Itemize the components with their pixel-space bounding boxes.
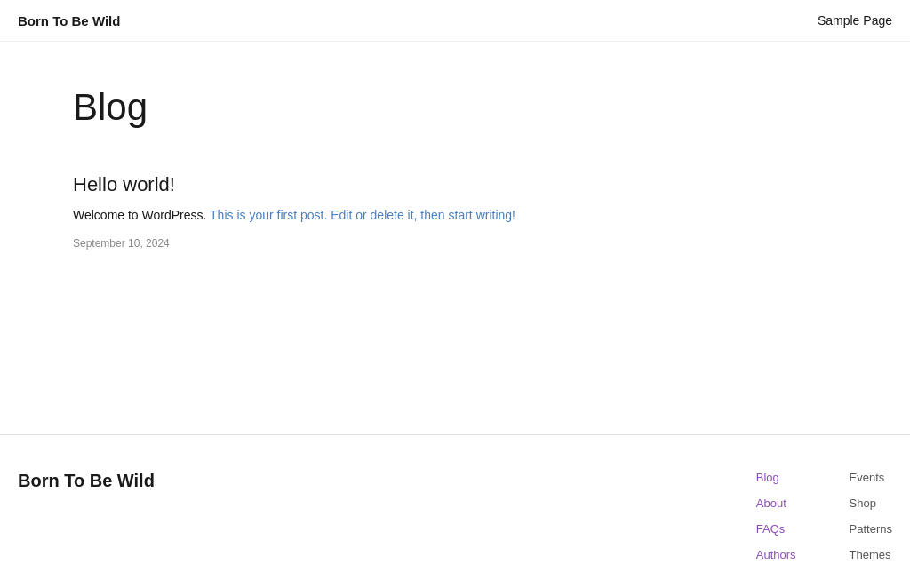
excerpt-link[interactable]: This is your first post. Edit or delete …	[210, 208, 515, 222]
main-content: Blog Hello world! Welcome to WordPress. …	[55, 42, 855, 434]
footer-link-about[interactable]: About	[756, 497, 796, 510]
footer-link-events[interactable]: Events	[850, 471, 892, 484]
site-header: Born To Be Wild Sample Page	[0, 0, 910, 42]
header-site-title[interactable]: Born To Be Wild	[18, 13, 120, 28]
site-footer: Born To Be Wild Blog About FAQs Authors …	[0, 434, 910, 588]
footer-link-blog[interactable]: Blog	[756, 471, 796, 484]
sample-page-link[interactable]: Sample Page	[818, 13, 892, 28]
footer-nav-col-2: Events Shop Patterns Themes	[850, 471, 892, 561]
footer-nav-col-1: Blog About FAQs Authors	[756, 471, 796, 561]
post-title: Hello world!	[73, 173, 837, 196]
excerpt-text-before: Welcome to WordPress.	[73, 208, 210, 222]
header-nav: Sample Page	[818, 12, 892, 28]
footer-nav: Blog About FAQs Authors Events Shop Patt…	[756, 471, 892, 561]
post-excerpt: Welcome to WordPress. This is your first…	[73, 205, 837, 225]
footer-link-patterns[interactable]: Patterns	[850, 522, 892, 536]
footer-site-title: Born To Be Wild	[18, 471, 155, 491]
blog-post: Hello world! Welcome to WordPress. This …	[73, 173, 837, 250]
post-date: September 10, 2024	[73, 237, 837, 250]
footer-link-shop[interactable]: Shop	[850, 497, 892, 510]
footer-link-faqs[interactable]: FAQs	[756, 522, 796, 536]
footer-link-themes[interactable]: Themes	[850, 548, 892, 561]
footer-link-authors[interactable]: Authors	[756, 548, 796, 561]
page-title: Blog	[73, 86, 837, 129]
